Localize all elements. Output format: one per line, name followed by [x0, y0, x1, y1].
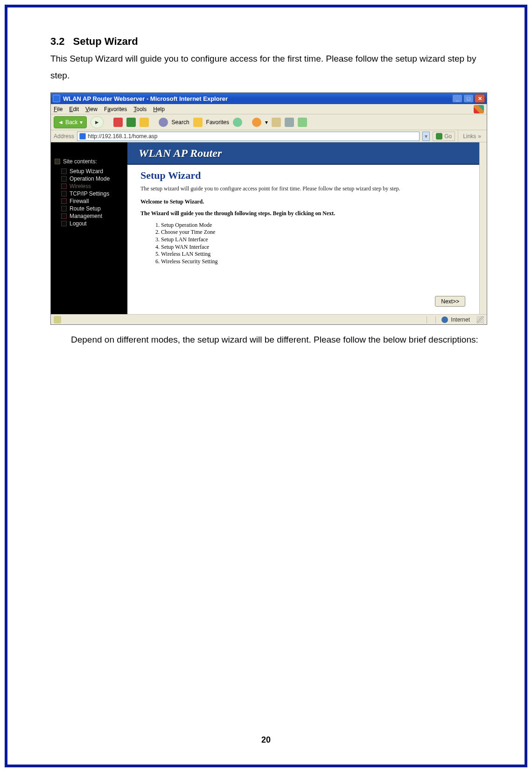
favorites-label[interactable]: Favorites [206, 119, 229, 126]
media-icon[interactable] [233, 118, 242, 127]
vertical-scrollbar[interactable] [479, 142, 487, 314]
wizard-step: Setup Operation Mode [161, 222, 466, 229]
wizard-desc: The setup wizard will guide you to confi… [140, 185, 466, 193]
favorites-icon[interactable] [193, 118, 203, 127]
page-body: Site contents: Setup Wizard Operation Mo… [51, 142, 479, 314]
folder-icon [61, 213, 67, 219]
page-content: 3.2Setup Wizard This Setup Wizard will g… [7, 7, 525, 375]
sidebar-item-operation-mode[interactable]: Operation Mode [61, 175, 124, 182]
outro-text: Depend on different modes, the setup wiz… [50, 331, 482, 348]
page-number: 20 [7, 735, 525, 745]
mail-icon[interactable] [272, 118, 281, 127]
stop-icon[interactable] [113, 118, 123, 127]
sidebar-item-label: Management [70, 213, 102, 219]
address-dropdown[interactable]: ▾ [422, 132, 430, 141]
sidebar-item-label: Setup Wizard [70, 168, 103, 175]
section-number: 3.2 [50, 35, 65, 47]
edit-icon[interactable] [298, 118, 307, 127]
history-icon[interactable] [252, 118, 261, 127]
sidebar-item-logout[interactable]: Logout [61, 220, 124, 227]
search-icon[interactable] [159, 118, 168, 127]
address-label: Address [54, 133, 74, 140]
sidebar-item-firewall[interactable]: Firewall [61, 197, 124, 205]
sidebar-item-label: Logout [70, 220, 87, 227]
wizard-step: Choose your Time Zone [161, 229, 466, 236]
done-icon [54, 316, 61, 323]
maximize-button[interactable]: □ [463, 94, 474, 103]
wizard-pane: Setup Wizard The setup wizard will guide… [127, 165, 479, 314]
sidebar-item-route-setup[interactable]: Route Setup [61, 205, 124, 212]
back-label: Back [65, 119, 78, 126]
window-buttons: _ □ ✕ [452, 94, 485, 103]
banner: WLAN AP Router [127, 142, 479, 165]
page-frame: 3.2Setup Wizard This Setup Wizard will g… [5, 5, 527, 767]
wizard-welcome: Welcome to Setup Wizard. [140, 198, 466, 205]
folder-icon [61, 198, 67, 204]
sidebar-title: Site contents: [55, 158, 124, 165]
menu-favorites[interactable]: Favorites [104, 106, 127, 112]
wizard-steps: Setup Operation Mode Choose your Time Zo… [140, 222, 466, 266]
address-input[interactable]: http://192.168.1.1/home.asp [77, 132, 420, 141]
sidebar-item-label: Route Setup [70, 205, 101, 212]
status-zone: Internet [451, 316, 470, 323]
search-label[interactable]: Search [172, 119, 189, 126]
ie-icon [53, 95, 60, 102]
window-title: WLAN AP Router Webserver - Microsoft Int… [63, 95, 228, 102]
page-icon [61, 168, 67, 174]
go-label: Go [444, 133, 452, 140]
sidebar-item-setup-wizard[interactable]: Setup Wizard [61, 168, 124, 175]
wizard-instruction: The Wizard will guide you the through fo… [140, 210, 466, 217]
minimize-button[interactable]: _ [452, 94, 462, 103]
back-button[interactable]: ◄ Back ▾ [54, 116, 87, 128]
page-icon [79, 133, 86, 140]
menu-bar: File Edit View Favorites Tools Help [51, 104, 487, 114]
menu-edit[interactable]: Edit [69, 106, 79, 112]
intro-text: This Setup Wizard will guide you to conf… [50, 50, 482, 84]
sidebar-item-tcpip[interactable]: TCP/IP Settings [61, 190, 124, 197]
sidebar-item-label: Wireless [70, 183, 91, 189]
chevron-down-icon: ▾ [80, 119, 83, 126]
sidebar-title-text: Site contents: [63, 158, 97, 165]
content-area: WLAN AP Router Setup Wizard The setup wi… [127, 142, 479, 314]
globe-icon [441, 316, 448, 323]
menu-file[interactable]: File [54, 106, 63, 112]
forward-icon: ► [94, 119, 100, 126]
refresh-icon[interactable] [126, 118, 136, 127]
chevron-down-icon[interactable]: ▾ [265, 119, 268, 126]
browser-body-row: Site contents: Setup Wizard Operation Mo… [51, 142, 487, 314]
chevron-right-icon: » [478, 133, 481, 140]
wizard-heading: Setup Wizard [140, 169, 466, 182]
window-title-bar: WLAN AP Router Webserver - Microsoft Int… [51, 93, 487, 104]
forward-button[interactable]: ► [91, 116, 104, 128]
sidebar: Site contents: Setup Wizard Operation Mo… [51, 142, 127, 314]
sidebar-item-label: Firewall [70, 198, 89, 204]
banner-title: WLAN AP Router [139, 147, 222, 160]
browser-screenshot: WLAN AP Router Webserver - Microsoft Int… [50, 92, 487, 325]
windows-flag-icon [474, 105, 484, 113]
wizard-step: Setup WAN Interface [161, 244, 466, 251]
menu-view[interactable]: View [85, 106, 98, 112]
folder-icon [61, 191, 67, 197]
resize-grip-icon[interactable] [476, 316, 484, 323]
section-heading: 3.2Setup Wizard [50, 35, 482, 48]
home-icon[interactable] [140, 118, 149, 127]
go-button[interactable]: Go [433, 132, 455, 141]
sidebar-item-management[interactable]: Management [61, 212, 124, 220]
folder-icon [61, 183, 67, 189]
sidebar-item-label: Operation Mode [70, 175, 110, 182]
section-title: Setup Wizard [73, 35, 138, 47]
menu-tools[interactable]: Tools [133, 106, 147, 112]
address-bar: Address http://192.168.1.1/home.asp ▾ Go… [51, 130, 487, 142]
links-label: Links [463, 133, 476, 140]
close-button[interactable]: ✕ [475, 94, 485, 103]
address-url: http://192.168.1.1/home.asp [88, 133, 157, 140]
print-icon[interactable] [285, 118, 294, 127]
links-button[interactable]: Links » [458, 130, 484, 142]
sidebar-item-wireless[interactable]: Wireless [61, 182, 124, 190]
wizard-step: Setup LAN Interface [161, 236, 466, 244]
back-icon: ◄ [58, 119, 63, 126]
menu-help[interactable]: Help [153, 106, 165, 112]
next-button[interactable]: Next>> [435, 296, 465, 307]
wizard-step: Wireless LAN Setting [161, 251, 466, 258]
toolbar: ◄ Back ▾ ► Search Favorites ▾ [51, 114, 487, 130]
